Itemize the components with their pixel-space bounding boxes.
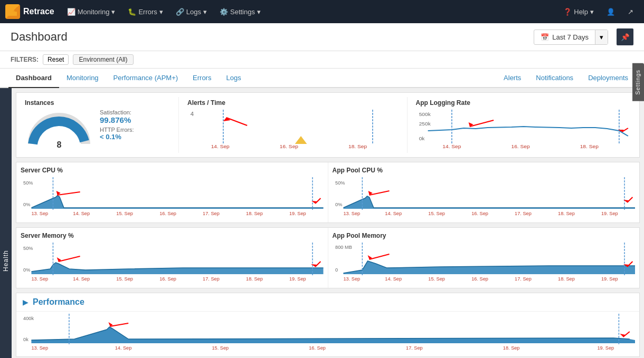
date-range-dropdown-button[interactable]: ▾ — [595, 30, 608, 44]
svg-text:19. Sep: 19. Sep — [601, 276, 618, 282]
nav-settings[interactable]: ⚙️ Settings ▾ — [214, 5, 266, 19]
svg-text:13. Sep: 13. Sep — [31, 345, 48, 351]
nav-help[interactable]: ❓ Help ▾ — [558, 5, 599, 19]
svg-text:19. Sep: 19. Sep — [601, 211, 618, 216]
content-wrapper: Health Instances 8 — [0, 88, 644, 358]
svg-text:0%: 0% — [23, 267, 30, 273]
tab-performance[interactable]: Performance (APM+) — [106, 69, 185, 88]
performance-chart: 400k 0k 13. Sep 14. Sep 15. Sep 16. Sep … — [21, 314, 635, 351]
satisfaction-value: 99.876% — [100, 115, 134, 124]
tab-right-group: Alerts Notifications Deployments — [496, 69, 636, 87]
alerts-time-widget: Alerts / Time 4 14. Sep 16. Sep — [183, 97, 408, 153]
svg-text:0k: 0k — [23, 337, 29, 342]
brand[interactable]: Retrace — [5, 4, 54, 19]
svg-text:50%: 50% — [335, 180, 345, 186]
svg-text:18. Sep: 18. Sep — [348, 144, 367, 149]
cpu-row: Server CPU % 50% 0% 13. Sep 14. Sep — [16, 162, 639, 222]
svg-text:17. Sep: 17. Sep — [203, 211, 220, 216]
performance-chart-area: 400k 0k 13. Sep 14. Sep 15. Sep 16. Sep … — [16, 312, 639, 356]
svg-text:14. Sep: 14. Sep — [442, 144, 461, 149]
nav-logs[interactable]: 🔗 Logs ▾ — [171, 5, 212, 19]
svg-text:18. Sep: 18. Sep — [246, 211, 263, 216]
date-range-label: Last 7 Days — [552, 33, 589, 41]
svg-text:14. Sep: 14. Sep — [115, 345, 132, 351]
brand-name: Retrace — [23, 7, 54, 16]
server-memory-widget: Server Memory % 50% 0% 13. Sep 14. Sep 1… — [16, 228, 328, 288]
cpu-section: Server CPU % 50% 0% 13. Sep 14. Sep — [16, 162, 640, 223]
app-logging-rate-widget: App Logging Rate 500k 250k 0k 14. Sep — [412, 97, 636, 153]
settings-icon: ⚙️ — [220, 8, 228, 16]
page-header: Dashboard 📅 Last 7 Days ▾ 📌 — [0, 23, 644, 51]
user-icon: 👤 — [607, 8, 615, 16]
app-pool-memory-title: App Pool Memory — [333, 232, 636, 239]
date-range-button[interactable]: 📅 Last 7 Days — [534, 30, 595, 44]
main-content: Instances 8 Satisfaction: 99.876% HTTP E… — [12, 88, 644, 358]
svg-text:13. Sep: 13. Sep — [31, 211, 48, 216]
svg-text:17. Sep: 17. Sep — [515, 211, 532, 216]
svg-text:18. Sep: 18. Sep — [503, 345, 520, 351]
logout-icon: ↗ — [628, 8, 633, 16]
performance-chevron: ▶ — [23, 298, 29, 306]
gauge-chart: 8 — [25, 110, 93, 149]
nav-logout[interactable]: ↗ — [622, 5, 639, 19]
svg-text:19. Sep: 19. Sep — [289, 276, 306, 282]
svg-text:15. Sep: 15. Sep — [428, 211, 445, 216]
nav-user[interactable]: 👤 — [601, 5, 620, 19]
tab-dashboard[interactable]: Dashboard — [8, 69, 59, 88]
performance-header[interactable]: ▶ Performance — [16, 293, 639, 312]
svg-text:16. Sep: 16. Sep — [511, 144, 529, 149]
monitoring-icon: 📈 — [67, 8, 75, 16]
svg-text:17. Sep: 17. Sep — [203, 276, 220, 282]
date-range-selector[interactable]: 📅 Last 7 Days ▾ — [534, 30, 608, 45]
svg-text:18. Sep: 18. Sep — [580, 144, 598, 149]
tab-errors[interactable]: Errors — [185, 69, 219, 88]
app-logging-title: App Logging Rate — [416, 99, 631, 107]
server-cpu-chart: 50% 0% 13. Sep 14. Sep 15. Sep 16. Sep — [21, 177, 324, 217]
svg-text:50%: 50% — [23, 246, 33, 251]
svg-text:15. Sep: 15. Sep — [116, 211, 133, 216]
brand-logo — [5, 4, 20, 19]
environment-filter[interactable]: Environment (All) — [73, 54, 133, 65]
app-pool-cpu-chart: 50% 0% 13. Sep 14. Sep 15. Sep 16. Sep 1… — [333, 177, 636, 217]
tab-notifications[interactable]: Notifications — [528, 69, 581, 88]
svg-text:14. Sep: 14. Sep — [211, 144, 230, 149]
svg-text:17. Sep: 17. Sep — [515, 276, 532, 282]
nav-errors[interactable]: 🐛 Errors ▾ — [122, 5, 168, 19]
app-pool-memory-widget: App Pool Memory 800 MB 0 13. Sep 14. Sep… — [328, 228, 640, 288]
svg-text:4: 4 — [191, 111, 194, 117]
tab-logs[interactable]: Logs — [219, 69, 248, 88]
svg-text:800 MB: 800 MB — [335, 245, 352, 250]
svg-text:14. Sep: 14. Sep — [385, 211, 402, 216]
page-title: Dashboard — [11, 30, 68, 44]
svg-text:16. Sep: 16. Sep — [159, 276, 176, 282]
svg-text:13. Sep: 13. Sep — [31, 276, 48, 282]
errors-icon: 🐛 — [128, 8, 136, 16]
alerts-time-title: Alerts / Time — [187, 99, 403, 107]
svg-text:16. Sep: 16. Sep — [159, 211, 176, 216]
tab-monitoring[interactable]: Monitoring — [59, 69, 106, 88]
app-pool-cpu-title: App Pool CPU % — [333, 167, 636, 174]
svg-text:0%: 0% — [23, 202, 30, 207]
tab-alerts[interactable]: Alerts — [496, 69, 528, 88]
svg-text:15. Sep: 15. Sep — [212, 345, 229, 351]
calendar-icon: 📅 — [541, 33, 549, 41]
svg-text:0: 0 — [335, 267, 338, 273]
svg-text:50%: 50% — [23, 180, 33, 186]
pin-button[interactable]: 📌 — [617, 28, 633, 45]
chevron-down-icon: ▾ — [111, 8, 115, 16]
nav-monitoring[interactable]: 📈 Monitoring ▾ — [62, 5, 121, 19]
logs-icon: 🔗 — [176, 8, 184, 16]
memory-row: Server Memory % 50% 0% 13. Sep 14. Sep 1… — [16, 228, 639, 288]
app-pool-cpu-widget: App Pool CPU % 50% 0% 13. Sep 14. Sep 15… — [328, 162, 640, 222]
reset-filter-button[interactable]: Reset — [43, 54, 69, 65]
svg-text:19. Sep: 19. Sep — [598, 345, 614, 351]
health-side-label[interactable]: Health — [0, 88, 12, 358]
chevron-down-icon: ▾ — [257, 8, 261, 16]
memory-section: Server Memory % 50% 0% 13. Sep 14. Sep 1… — [16, 227, 640, 288]
health-row: Instances 8 Satisfaction: 99.876% HTTP E… — [21, 97, 635, 153]
help-icon: ❓ — [563, 8, 572, 16]
server-cpu-widget: Server CPU % 50% 0% 13. Sep 14. Sep — [16, 162, 328, 222]
settings-side-tab[interactable]: Settings — [632, 63, 644, 101]
svg-text:14. Sep: 14. Sep — [385, 276, 402, 282]
tab-deployments[interactable]: Deployments — [581, 69, 636, 88]
